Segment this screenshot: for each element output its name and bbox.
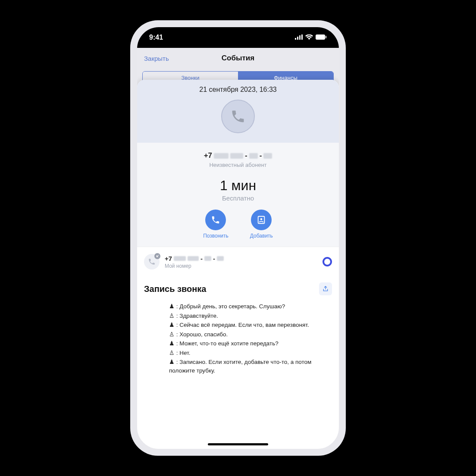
screen-content: Закрыть События Звонки Финансы 21 сентяб… — [137, 48, 339, 449]
sheet-header: 21 сентября 2023, 16:33 — [137, 80, 339, 143]
my-prefix: +7 — [165, 255, 172, 262]
transcript-title: Запись звонка — [144, 284, 206, 294]
operator-badge-icon — [323, 257, 332, 266]
add-contact-button[interactable]: Добавить — [250, 210, 273, 239]
share-button[interactable] — [319, 282, 332, 295]
call-label: Позвонить — [203, 233, 229, 239]
caller-prefix: +7 — [204, 151, 212, 160]
transcript-line: ♟ : Записано. Если хотите, добавьте что-… — [169, 358, 332, 375]
contact-add-icon — [257, 215, 266, 225]
nav-header: Закрыть События — [137, 48, 339, 69]
my-number-info: +7 - - Мой номер — [165, 255, 317, 269]
phone-avatar — [221, 100, 255, 133]
call-detail-sheet: 21 сентября 2023, 16:33 +7 - - Неизвестн… — [137, 80, 339, 449]
transcript-line: ♙ : Хорошо, спасибо. — [169, 330, 332, 339]
action-row: Позвонить Добавить — [142, 210, 334, 239]
signal-icon — [295, 34, 303, 41]
call-info: +7 - - Неизвестный абонент 1 мин Бесплат… — [137, 143, 339, 247]
svg-point-7 — [260, 218, 263, 220]
phone-icon — [230, 109, 246, 124]
incoming-call-icon — [144, 254, 160, 269]
status-time: 9:41 — [149, 34, 163, 41]
notch — [199, 27, 277, 41]
call-button[interactable]: Позвонить — [203, 210, 229, 239]
close-button[interactable]: Закрыть — [144, 55, 169, 62]
transcript-line: ♟ : Сейчас всё передам. Если что, вам пе… — [169, 321, 332, 329]
svg-rect-4 — [316, 34, 325, 40]
wifi-icon — [305, 34, 313, 41]
phone-frame: 9:41 Закрыть События Звонки — [130, 20, 346, 456]
transcript-line: ♙ : Здравствуйте. — [169, 312, 332, 320]
svg-rect-3 — [301, 34, 303, 40]
masked-segment — [188, 256, 199, 261]
caller-sub: Неизвестный абонент — [142, 162, 334, 168]
masked-segment — [263, 153, 272, 159]
incoming-arrow-icon — [154, 253, 160, 259]
svg-rect-5 — [326, 36, 326, 38]
call-duration: 1 мин — [142, 178, 334, 194]
masked-segment — [249, 153, 258, 159]
battery-icon — [316, 34, 327, 41]
transcript-line: ♟ : Может, что-то ещё хотите передать? — [169, 339, 332, 348]
transcript-line: ♟ : Добрый день, это секретарь. Слушаю? — [169, 302, 332, 311]
call-datetime: 21 сентября 2023, 16:33 — [142, 86, 334, 94]
svg-rect-2 — [299, 35, 301, 40]
svg-rect-1 — [297, 37, 298, 40]
my-number-row[interactable]: +7 - - Мой номер — [137, 247, 339, 275]
my-number-sub: Мой номер — [165, 263, 317, 269]
call-cost: Бесплатно — [142, 194, 334, 202]
transcript-body: ♟ : Добрый день, это секретарь. Слушаю?♙… — [144, 302, 332, 375]
transcript-line: ♙ : Нет. — [169, 349, 332, 357]
status-icons — [295, 34, 327, 41]
home-indicator[interactable] — [208, 443, 268, 445]
caller-number: +7 - - — [142, 151, 334, 160]
share-icon — [322, 285, 329, 292]
masked-segment — [174, 256, 186, 261]
masked-segment — [217, 256, 224, 261]
svg-rect-0 — [295, 38, 296, 40]
phone-icon — [211, 215, 220, 225]
masked-segment — [230, 153, 243, 159]
phone-screen: 9:41 Закрыть События Звонки — [137, 27, 339, 449]
my-number: +7 - - — [165, 255, 317, 262]
add-label: Добавить — [250, 233, 273, 239]
masked-segment — [204, 256, 211, 261]
transcript-section: Запись звонка ♟ : Добрый день, это секре… — [137, 275, 339, 393]
masked-segment — [214, 153, 229, 159]
